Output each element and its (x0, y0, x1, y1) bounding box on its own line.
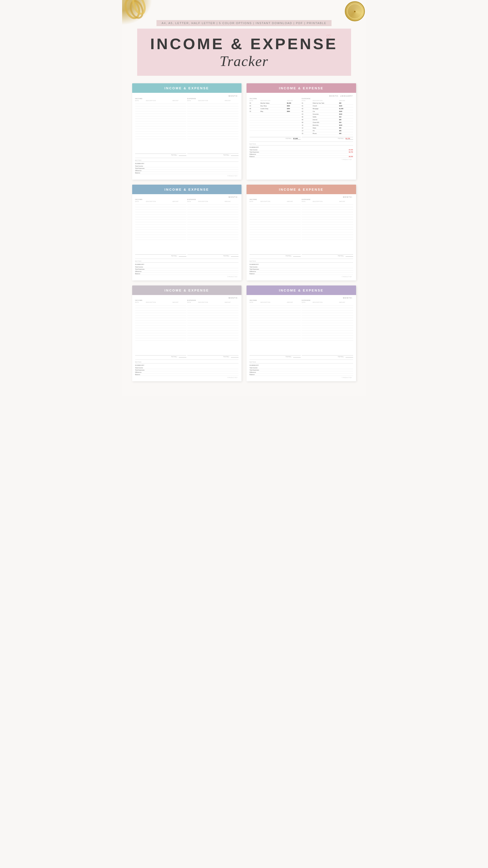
cell: Blog (260, 111, 286, 112)
income-desc-h-2: DESCRIPTION (260, 100, 286, 101)
income-sub-headers-6: DATE DESCRIPTION AMOUNT (250, 302, 301, 303)
cell: Filled Up Gas Tank (313, 102, 339, 104)
empty-row (135, 227, 186, 230)
copyright-1: © PRODUCT KEY (135, 175, 239, 178)
desc-h: DESCRIPTION (313, 302, 339, 303)
cell: 08 (250, 108, 260, 110)
empty-row (250, 115, 301, 118)
expense-rows-6 (302, 303, 353, 353)
total-income-row-6: TOTAL: (250, 355, 301, 358)
empty-row (187, 313, 238, 316)
empty-row (187, 121, 238, 124)
total-expense-label-1: TOTAL: (223, 154, 230, 156)
copyright-4: © PRODUCT KEY (250, 276, 353, 278)
cell: HU (313, 130, 339, 131)
empty-row (187, 134, 238, 136)
empty-row (135, 320, 186, 323)
label: TOTAL: (171, 255, 177, 257)
expense-desc-h-1: DESCRIPTION (198, 100, 224, 101)
empty-row (250, 212, 301, 215)
income-col-3: INCOME DATE DESCRIPTION AMOUNT (135, 199, 186, 252)
income-amount-h-2: AMOUNT (287, 100, 301, 101)
cell: $100 (339, 124, 353, 126)
summary-title-6: SUMMARY (250, 365, 353, 366)
cell: $560 (287, 105, 301, 106)
summary-title-3: SUMMARY (135, 264, 239, 265)
empty-row (187, 207, 238, 210)
empty-row (187, 326, 238, 328)
summary-title-4: SUMMARY (250, 264, 353, 265)
empty-row (135, 129, 186, 131)
summary-title-1: SUMMARY (135, 163, 239, 164)
expense-sub-headers-3: DATE DESCRIPTION AMOUNT (187, 201, 238, 202)
empty-row (135, 311, 186, 313)
summary-row-diff-2: Difference: (250, 153, 353, 156)
label: TOTAL: (286, 356, 292, 358)
summary-row-balance-2: Balance: $5,580 (250, 156, 353, 158)
empty-row (250, 205, 301, 207)
total-income-row-2: TOTAL: $7,500 (250, 137, 301, 140)
date-h: DATE (135, 302, 145, 303)
cell: $160 (339, 111, 353, 112)
income-col-6: INCOME DATE DESCRIPTION AMOUNT (250, 300, 301, 353)
expense-header-4: EXPENSE (302, 199, 353, 200)
empty-row (250, 333, 301, 336)
sr: Difference: (250, 271, 353, 273)
amount-h: AMOUNT (225, 302, 238, 303)
empty-row (135, 210, 186, 212)
amount-h: AMOUNT (225, 201, 238, 202)
total-income-value-1 (179, 154, 186, 156)
summary-6: SUMMARY Total Income: Total Expenses: Di… (250, 365, 353, 376)
notes-area-1: NOTES (135, 160, 239, 162)
empty-row (187, 104, 238, 106)
cell: 04 (250, 105, 260, 106)
expense-row-5: 04 Groceries $100 (302, 113, 353, 116)
columns-6: INCOME DATE DESCRIPTION AMOUNT (250, 300, 353, 353)
empty-row (250, 227, 301, 230)
income-sub-headers-2: DATE DESCRIPTION AMOUNT (250, 100, 301, 101)
sr: Balance: (250, 273, 353, 275)
income-date-h-2: DATE (250, 100, 260, 101)
empty-row (135, 230, 186, 232)
empty-row (187, 205, 238, 207)
income-rows-1 (135, 101, 186, 152)
tracker-body-6: MONTH: INCOME DATE DESCRIPTION AMOUNT (247, 295, 356, 381)
tracker-card-1: INCOME & EXPENSE MONTH: INCOME DATE DESC… (132, 83, 242, 180)
empty-row (250, 328, 301, 331)
summary-row-expenses-2: Total Expenses: $2,750 (250, 151, 353, 153)
month-label-4: MONTH: (250, 196, 353, 198)
cell: Etsy Shop (260, 105, 286, 106)
sr: Balance: (250, 374, 353, 376)
empty-row (135, 331, 186, 333)
empty-row (187, 303, 238, 306)
expense-rows-1 (187, 101, 238, 152)
income-col-4: INCOME DATE DESCRIPTION AMOUNT (250, 199, 301, 252)
cell: 12 (302, 127, 312, 129)
cell: 04 (302, 114, 312, 115)
empty-row (187, 230, 238, 232)
expense-col-1: EXPENSE DATE DESCRIPTION AMOUNT (187, 98, 238, 152)
tracker-header-5: INCOME & EXPENSE (132, 285, 242, 295)
empty-row (187, 333, 238, 336)
empty-row (250, 210, 301, 212)
total-income-row-3: TOTAL: (135, 254, 186, 257)
total-expense-row-3: TOTAL: (187, 254, 238, 257)
expense-rows-4 (302, 202, 353, 252)
empty-row (135, 215, 186, 217)
income-col-5: INCOME DATE DESCRIPTION AMOUNT (135, 300, 186, 353)
cell: Internet (313, 119, 339, 120)
income-rows-3 (135, 202, 186, 252)
main-title-part2: Tracker (220, 53, 268, 69)
sr: Total Income: (250, 266, 353, 268)
empty-row (250, 113, 301, 115)
sl: Total Expenses: (250, 269, 259, 270)
cell: Water (313, 127, 339, 129)
empty-row (135, 323, 186, 326)
income-header-2: INCOME (250, 98, 301, 99)
empty-row (187, 131, 238, 134)
empty-row (250, 232, 301, 235)
total-expense-row-6: TOTAL: (302, 355, 353, 358)
empty-row (302, 318, 353, 320)
amount-h: AMOUNT (339, 302, 353, 303)
sl: Total Expenses: (250, 369, 259, 371)
